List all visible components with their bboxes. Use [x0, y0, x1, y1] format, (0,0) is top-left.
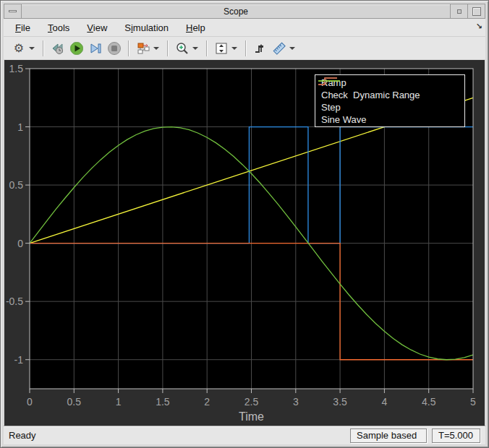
trigger-button[interactable]	[252, 40, 269, 57]
y-tick-label: 1.5	[9, 63, 24, 74]
sim-time-indicator: T=5.000	[432, 428, 480, 443]
toolbar-separator	[128, 40, 129, 56]
measurements-ruler-icon	[272, 41, 286, 56]
toolbar: ⚙	[4, 37, 485, 59]
plot-legend[interactable]: RampCheck Dynamic RangeStepSine Wave	[315, 74, 465, 127]
x-tick-label: 1	[116, 396, 122, 408]
toolbar-separator	[167, 40, 169, 56]
axes-scaling-icon	[214, 41, 229, 56]
highlight-dropdown-caret[interactable]	[153, 47, 159, 50]
axes-scaling-button[interactable]	[213, 40, 230, 57]
x-tick-label: 0.5	[67, 396, 82, 408]
step-forward-button[interactable]	[87, 40, 104, 57]
x-tick-label: 0	[27, 396, 33, 408]
titlebar: Scope	[4, 4, 485, 19]
menu-simulation[interactable]: Simulation	[120, 20, 173, 35]
legend-item: Step	[318, 101, 464, 113]
step-forward-icon	[88, 41, 103, 56]
zoom-dropdown-caret[interactable]	[192, 47, 198, 50]
settings-gear-icon: ⚙	[14, 43, 24, 54]
y-tick-label: 0	[17, 238, 23, 249]
legend-label: Check Dynamic Range	[318, 90, 420, 100]
x-tick-label: 3.5	[333, 396, 347, 408]
menubar: File Tools View Simulation Help ↘	[4, 19, 485, 37]
x-tick-label: 5	[470, 396, 476, 408]
minimize-icon	[457, 9, 462, 14]
highlight-block-icon	[136, 41, 150, 56]
y-tick-label: -1	[14, 354, 24, 366]
menu-help[interactable]: Help	[182, 20, 210, 35]
settings-button[interactable]: ⚙	[10, 40, 27, 57]
menu-view[interactable]: View	[82, 20, 111, 35]
plot-panel: 00.511.522.533.544.55-1-0.500.511.5Time …	[4, 60, 485, 426]
window-title: Scope	[22, 7, 450, 17]
measurements-button[interactable]	[271, 40, 288, 57]
status-text: Ready	[4, 430, 350, 441]
stop-button[interactable]	[106, 40, 123, 57]
toolbar-separator	[43, 40, 44, 56]
legend-label: Sine Wave	[318, 114, 366, 125]
x-axis-label: Time	[239, 410, 264, 423]
step-back-icon	[51, 41, 65, 56]
trigger-icon	[253, 41, 268, 56]
axes-scaling-dropdown-caret[interactable]	[231, 47, 237, 50]
x-tick-label: 2	[204, 396, 210, 408]
legend-item: Sine Wave	[318, 113, 464, 126]
stop-icon	[107, 41, 122, 56]
step-back-button[interactable]	[49, 40, 67, 57]
maximize-icon	[472, 7, 481, 16]
y-tick-label: -0.5	[6, 296, 23, 307]
scope-window: Scope File Tools View Simulation Help ↘ …	[0, 0, 489, 448]
y-tick-label: 0.5	[9, 179, 24, 191]
legend-item: Check Dynamic Range	[318, 89, 464, 101]
dock-arrow-icon[interactable]: ↘	[476, 22, 482, 31]
legend-label: Step	[318, 102, 341, 113]
settings-dropdown-caret[interactable]	[29, 47, 35, 50]
run-icon	[69, 41, 84, 56]
window-menu-button[interactable]	[4, 4, 22, 18]
toolbar-separator	[206, 40, 208, 56]
x-tick-label: 4	[382, 396, 388, 408]
zoom-icon	[175, 41, 190, 56]
statusbar: Ready Sample based T=5.000	[4, 426, 485, 444]
maximize-button[interactable]	[467, 4, 485, 18]
measurements-dropdown-caret[interactable]	[289, 47, 295, 50]
y-tick-label: 1	[17, 121, 23, 133]
sample-mode-indicator: Sample based	[350, 428, 427, 443]
toolbar-separator	[245, 40, 247, 56]
x-tick-label: 4.5	[422, 396, 436, 408]
menu-tools[interactable]: Tools	[43, 20, 74, 35]
zoom-button[interactable]	[174, 40, 191, 57]
legend-swatch-line-icon	[315, 75, 344, 87]
minimize-button[interactable]	[450, 4, 467, 18]
run-button[interactable]	[68, 40, 85, 57]
x-tick-label: 2.5	[244, 396, 259, 408]
highlight-block-button[interactable]	[135, 40, 152, 57]
window-menu-icon	[9, 10, 17, 12]
x-tick-label: 1.5	[156, 396, 170, 408]
menu-file[interactable]: File	[11, 20, 35, 35]
x-tick-label: 3	[293, 396, 299, 408]
